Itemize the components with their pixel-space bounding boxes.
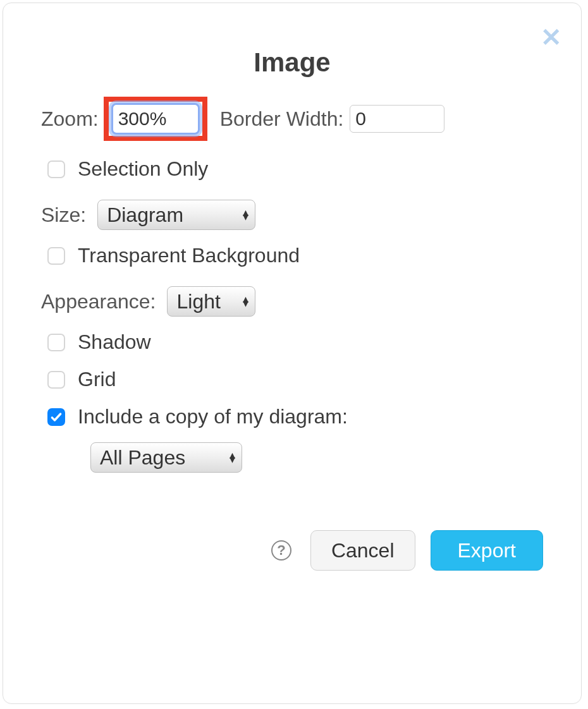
border-width-input[interactable]	[350, 105, 444, 133]
export-image-dialog: ✕ Image Zoom: Border Width: Selection On…	[3, 3, 582, 704]
export-button[interactable]: Export	[431, 530, 543, 571]
include-scope-select[interactable]: All Pages ▴▾	[90, 442, 242, 473]
cancel-button[interactable]: Cancel	[310, 530, 415, 571]
transparent-bg-checkbox[interactable]	[47, 247, 65, 265]
size-select[interactable]: Diagram ▴▾	[97, 200, 255, 230]
include-copy-checkbox[interactable]	[47, 408, 65, 426]
shadow-label: Shadow	[78, 330, 151, 354]
border-width-label: Border Width:	[220, 107, 344, 131]
include-copy-row: Include a copy of my diagram:	[41, 405, 543, 428]
grid-label: Grid	[78, 368, 116, 391]
grid-checkbox[interactable]	[47, 371, 65, 389]
zoom-label: Zoom:	[41, 107, 99, 131]
updown-arrows-icon: ▴▾	[243, 210, 248, 219]
zoom-input[interactable]	[111, 103, 200, 135]
selection-only-label: Selection Only	[78, 157, 208, 181]
size-label: Size:	[41, 203, 86, 227]
size-row: Size: Diagram ▴▾	[41, 200, 543, 230]
appearance-select[interactable]: Light ▴▾	[167, 286, 255, 317]
shadow-checkbox[interactable]	[47, 334, 65, 351]
dialog-title: Image	[41, 47, 543, 78]
updown-arrows-icon: ▴▾	[230, 453, 235, 462]
selection-only-checkbox[interactable]	[47, 161, 65, 178]
close-icon[interactable]: ✕	[541, 25, 562, 50]
appearance-row: Appearance: Light ▴▾	[41, 286, 543, 317]
selection-only-row: Selection Only	[41, 157, 543, 181]
appearance-label: Appearance:	[41, 290, 156, 313]
grid-row: Grid	[41, 368, 543, 391]
zoom-border-row: Zoom: Border Width:	[41, 97, 543, 141]
include-scope-value: All Pages	[100, 446, 185, 470]
dialog-footer: ? Cancel Export	[271, 530, 543, 571]
help-icon[interactable]: ?	[271, 540, 291, 561]
transparent-bg-row: Transparent Background	[41, 244, 543, 267]
zoom-highlight-box	[104, 97, 207, 141]
include-copy-label: Include a copy of my diagram:	[78, 405, 348, 428]
shadow-row: Shadow	[41, 330, 543, 354]
transparent-bg-label: Transparent Background	[78, 244, 300, 267]
include-scope-row: All Pages ▴▾	[73, 442, 543, 473]
appearance-select-value: Light	[176, 290, 220, 313]
size-select-value: Diagram	[107, 203, 183, 227]
updown-arrows-icon: ▴▾	[243, 297, 248, 306]
